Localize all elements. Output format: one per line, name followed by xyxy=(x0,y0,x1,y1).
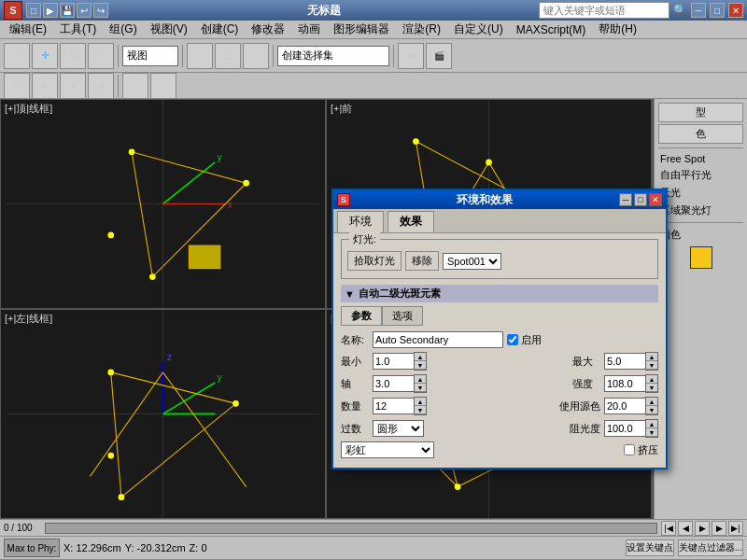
view-dropdown[interactable]: 视图 xyxy=(122,46,178,66)
menu-modifiers[interactable]: 修改器 xyxy=(246,21,290,38)
count-spinner-btns: ▲ ▼ xyxy=(414,397,427,415)
dialog-max-btn[interactable]: □ xyxy=(634,193,647,206)
maximize-btn[interactable]: □ xyxy=(710,3,725,18)
menu-create[interactable]: 创建(C) xyxy=(195,21,245,38)
min-input[interactable] xyxy=(373,353,414,370)
axis-down-btn[interactable]: ▼ xyxy=(415,384,426,392)
menu-tools[interactable]: 工具(T) xyxy=(54,21,102,38)
move-btn[interactable]: ✛ xyxy=(32,43,58,69)
shade-down-btn[interactable]: ▼ xyxy=(646,428,657,437)
redo-btn[interactable]: ↪ xyxy=(93,3,108,18)
snap-angle[interactable]: ∠ xyxy=(215,43,241,69)
svg-point-11 xyxy=(107,232,114,239)
rp-type-btn[interactable]: 型 xyxy=(658,103,743,122)
use-source-input[interactable] xyxy=(604,398,645,414)
menu-graph-editor[interactable]: 图形编辑器 xyxy=(328,21,395,38)
menu-maxscript[interactable]: MAXScript(M) xyxy=(511,21,592,38)
intensity-input[interactable] xyxy=(604,375,645,392)
dialog-tab-effects[interactable]: 效果 xyxy=(388,211,434,232)
intensity-down-btn[interactable]: ▼ xyxy=(646,384,657,392)
subtab-params[interactable]: 参数 xyxy=(341,306,382,326)
count-up-btn[interactable]: ▲ xyxy=(415,398,426,406)
color-swatch[interactable] xyxy=(690,246,712,269)
shade-input[interactable] xyxy=(604,420,645,437)
close-btn[interactable]: ✕ xyxy=(728,3,743,18)
search-icon[interactable]: 🔍 xyxy=(673,4,687,17)
compress-checkbox[interactable] xyxy=(624,444,635,455)
name-input[interactable] xyxy=(373,331,503,348)
timeline-track[interactable] xyxy=(45,523,657,534)
use-source-up-btn[interactable]: ▲ xyxy=(646,398,657,406)
count-down-btn[interactable]: ▼ xyxy=(415,406,426,414)
play-btn[interactable]: ▶ xyxy=(695,521,710,536)
min-up-btn[interactable]: ▲ xyxy=(415,353,426,361)
subtab-options[interactable]: 选项 xyxy=(382,306,423,326)
dialog-close-btn[interactable]: ✕ xyxy=(649,193,662,206)
sep5 xyxy=(118,75,119,97)
sub-btn-5[interactable]: ↔ xyxy=(122,73,148,99)
axis-input[interactable] xyxy=(373,375,414,392)
rp-color-btn[interactable]: 色 xyxy=(658,124,743,144)
light-select[interactable]: Spot001 xyxy=(443,253,501,270)
rotate-btn[interactable]: ↻ xyxy=(60,43,86,69)
max-down-btn[interactable]: ▼ xyxy=(646,361,657,370)
right-panel: 型 色 Free Spot 自由平行光 天光 区域聚光灯 颜色 xyxy=(654,99,747,519)
svg-text:z: z xyxy=(167,352,172,362)
snap-btn[interactable]: 3 xyxy=(187,43,213,69)
axis-up-btn[interactable]: ▲ xyxy=(415,375,426,384)
min-down-btn[interactable]: ▼ xyxy=(415,361,426,370)
timeline-controls: |◀ ◀ ▶ ▶ ▶| xyxy=(661,521,743,536)
enabled-checkbox[interactable] xyxy=(507,334,518,345)
dialog-tab-env[interactable]: 环境 xyxy=(337,211,384,232)
select-btn[interactable]: ↖ xyxy=(4,43,30,69)
sep1 xyxy=(118,45,119,67)
filter-input[interactable] xyxy=(277,46,389,66)
menu-edit[interactable]: 编辑(E) xyxy=(4,21,52,38)
sub-btn-3[interactable]: ◈ xyxy=(60,73,86,99)
shade-up-btn[interactable]: ▲ xyxy=(646,420,657,428)
render-scene-btn[interactable]: 🎬 xyxy=(426,43,452,69)
sub-btn-6[interactable]: ↕ xyxy=(150,73,176,99)
color-preset-select[interactable]: 彩虹 xyxy=(341,441,434,458)
menu-customize[interactable]: 自定义(U) xyxy=(448,21,509,38)
new-btn[interactable]: □ xyxy=(26,3,41,18)
dialog-min-btn[interactable]: ─ xyxy=(619,193,632,206)
key-filter-btn[interactable]: 关键点过滤器... xyxy=(678,539,743,556)
max-input[interactable] xyxy=(604,353,645,370)
minimize-btn[interactable]: ─ xyxy=(691,3,706,18)
light-group-title: 灯光: xyxy=(349,232,380,246)
filter-type-select[interactable]: 圆形 xyxy=(373,420,424,437)
sub-btn-1[interactable]: ⊕ xyxy=(4,73,30,99)
snap-pct[interactable]: % xyxy=(243,43,269,69)
open-btn[interactable]: ▶ xyxy=(43,3,58,18)
count-input[interactable] xyxy=(373,398,414,414)
undo-btn[interactable]: ↩ xyxy=(77,3,92,18)
menu-help[interactable]: 帮助(H) xyxy=(593,21,642,38)
search-input[interactable] xyxy=(539,2,669,19)
main-toolbar: ↖ ✛ ↻ ⊡ 视图 3 ∠ % ▶ 🎬 xyxy=(0,39,747,73)
remove-light-btn[interactable]: 移除 xyxy=(405,251,439,271)
menu-group[interactable]: 组(G) xyxy=(104,21,142,38)
next-frame-btn[interactable]: ▶ xyxy=(712,521,726,536)
menu-animation[interactable]: 动画 xyxy=(292,21,326,38)
viewport-top[interactable]: [+|顶|线框] y x xyxy=(0,99,326,309)
viewport-left[interactable]: [+|左|线框] y z xyxy=(0,309,326,519)
sub-btn-2[interactable]: ⊗ xyxy=(32,73,58,99)
menu-render[interactable]: 渲染(R) xyxy=(397,21,446,38)
use-source-down-btn[interactable]: ▼ xyxy=(646,406,657,414)
prev-frame-btn[interactable]: ◀ xyxy=(678,521,693,536)
go-start-btn[interactable]: |◀ xyxy=(661,521,676,536)
pick-light-btn[interactable]: 拾取灯光 xyxy=(347,251,402,271)
intensity-up-btn[interactable]: ▲ xyxy=(646,375,657,384)
title-bar-left: S □ ▶ 💾 ↩ ↪ xyxy=(4,1,108,20)
collapse-icon[interactable]: ▼ xyxy=(345,288,355,300)
scale-btn[interactable]: ⊡ xyxy=(88,43,114,69)
render-btn[interactable]: ▶ xyxy=(398,43,424,69)
sub-btn-4[interactable]: ▣ xyxy=(88,73,114,99)
max-up-btn[interactable]: ▲ xyxy=(646,353,657,361)
menu-view[interactable]: 视图(V) xyxy=(145,21,193,38)
shade-label: 阻光度 xyxy=(570,422,600,436)
set-key-btn[interactable]: 设置关键点 xyxy=(626,539,674,556)
go-end-btn[interactable]: ▶| xyxy=(728,521,743,536)
save-btn[interactable]: 💾 xyxy=(60,3,75,18)
